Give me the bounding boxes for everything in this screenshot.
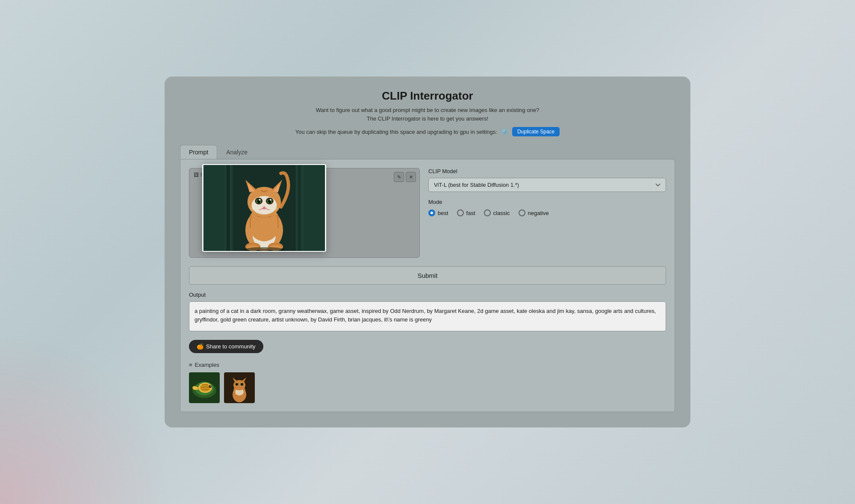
app-subtitle-line1: Want to figure out what a good prompt mi… xyxy=(180,106,675,115)
svg-point-14 xyxy=(252,196,277,215)
skip-queue-text: You can skip the queue by duplicating th… xyxy=(295,129,497,135)
svg-point-41 xyxy=(210,386,211,386)
svg-point-40 xyxy=(209,385,212,388)
output-section: Output a painting of a cat in a dark roo… xyxy=(189,292,666,333)
main-panel: 🖼 Image ✎ ✕ xyxy=(180,159,675,412)
output-textarea[interactable]: a painting of a cat in a dark room, gran… xyxy=(189,301,666,331)
mode-negative[interactable]: negative xyxy=(519,209,549,216)
submit-button[interactable]: Submit xyxy=(189,266,666,285)
output-label: Output xyxy=(189,292,666,298)
mode-label: Mode xyxy=(428,199,666,205)
examples-label: ≡ Examples xyxy=(189,362,666,368)
right-panel: CLIP Model ViT-L (best for Stable Diffus… xyxy=(428,168,666,258)
clip-model-select[interactable]: ViT-L (best for Stable Diffusion 1.*) Vi… xyxy=(428,178,666,192)
radio-classic[interactable] xyxy=(484,209,491,216)
svg-point-21 xyxy=(259,199,260,200)
svg-rect-4 xyxy=(298,165,301,251)
example-thumb-1[interactable] xyxy=(189,372,220,403)
skip-queue-row: You can skip the queue by duplicating th… xyxy=(180,127,675,136)
radio-fast[interactable] xyxy=(457,209,464,216)
cat-image-popup xyxy=(202,164,326,252)
mode-classic[interactable]: classic xyxy=(484,209,510,216)
duplicate-space-button[interactable]: Duplicate Space xyxy=(512,127,560,136)
mode-fast[interactable]: fast xyxy=(457,209,475,216)
close-image-button[interactable]: ✕ xyxy=(406,172,416,182)
mode-options: best fast classic negative xyxy=(428,209,666,216)
top-section: 🖼 Image ✎ ✕ xyxy=(189,168,666,258)
tab-prompt[interactable]: Prompt xyxy=(180,145,217,159)
app-subtitle-line2: The CLIP Interrogator is here to get you… xyxy=(180,115,675,123)
svg-point-52 xyxy=(241,383,243,386)
svg-point-46 xyxy=(233,380,245,390)
image-icon: 🖼 xyxy=(194,172,199,178)
share-button-label: Share to community xyxy=(206,343,256,350)
radio-negative[interactable] xyxy=(519,209,525,216)
svg-rect-3 xyxy=(227,165,230,251)
svg-point-22 xyxy=(270,199,271,200)
share-emoji-icon: 🍊 xyxy=(197,343,203,350)
mode-best[interactable]: best xyxy=(428,209,448,216)
app-title: CLIP Interrogator xyxy=(180,89,675,103)
examples-section: ≡ Examples xyxy=(189,362,666,403)
clip-model-label: CLIP Model xyxy=(428,168,666,174)
examples-grid xyxy=(189,372,666,403)
examples-icon: ≡ xyxy=(189,362,192,368)
image-controls: ✎ ✕ xyxy=(394,172,416,182)
radio-best[interactable] xyxy=(428,209,435,216)
image-upload-area[interactable]: 🖼 Image ✎ ✕ xyxy=(189,168,420,258)
app-container: CLIP Interrogator Want to figure out wha… xyxy=(165,77,690,427)
cat-image-svg xyxy=(203,165,325,251)
svg-point-51 xyxy=(236,383,238,386)
app-header: CLIP Interrogator Want to figure out wha… xyxy=(180,89,675,136)
edit-image-button[interactable]: ✎ xyxy=(394,172,404,182)
settings-emoji-icon: ⚙️ xyxy=(501,128,509,136)
tabs-row: Prompt Analyze xyxy=(180,145,675,159)
tab-analyze[interactable]: Analyze xyxy=(217,145,256,159)
example-thumb-2[interactable] xyxy=(224,372,255,403)
share-to-community-button[interactable]: 🍊 Share to community xyxy=(189,340,263,353)
